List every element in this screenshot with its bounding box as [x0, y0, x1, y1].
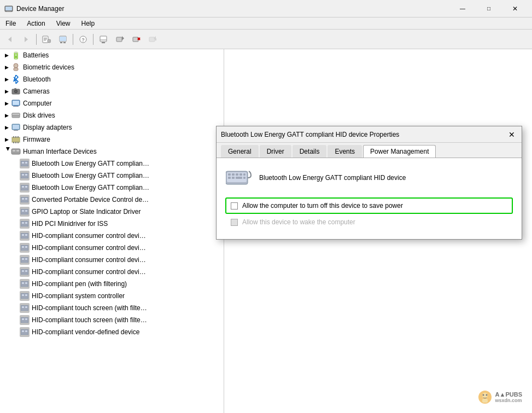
close-button[interactable]: ✕	[502, 3, 528, 14]
add-driver-button[interactable]	[112, 32, 127, 47]
list-item[interactable]: ▶ HID-compliant consumer control devi…	[9, 254, 224, 266]
svg-rect-102	[25, 330, 27, 332]
svg-rect-98	[22, 318, 24, 320]
tree-item-hid[interactable]: ▶ Human Interface Devices	[0, 146, 224, 158]
expand-biometric[interactable]: ▶	[2, 63, 11, 72]
expand-bluetooth[interactable]: ▶	[2, 75, 11, 84]
list-item[interactable]: ▶ Converted Portable Device Control de…	[9, 194, 224, 206]
window-title: Device Manager	[16, 5, 64, 13]
power-option-2-label: Allow this device to wake the computer	[242, 218, 355, 226]
minimize-button[interactable]: —	[450, 3, 475, 14]
expand-disk[interactable]: ▶	[2, 111, 11, 120]
forward-button[interactable]	[19, 32, 34, 47]
svg-rect-91	[21, 293, 28, 299]
display-label: Display adapters	[23, 124, 72, 131]
properties-button[interactable]	[39, 32, 54, 47]
svg-rect-108	[239, 173, 242, 176]
uninstall-button[interactable]	[128, 32, 144, 47]
tree-item-display[interactable]: ▶ Display adapters	[0, 121, 224, 133]
svg-rect-50	[15, 136, 16, 138]
svg-rect-87	[25, 270, 27, 272]
update-driver-button[interactable]	[55, 32, 71, 47]
hid-child-6-label: HID PCI Minidriver for ISS	[32, 220, 108, 228]
svg-rect-65	[22, 186, 24, 188]
list-item[interactable]: ▶ HID-compliant pen (with filtering)	[9, 278, 224, 290]
hid-child-12-label: HID-compliant system controller	[32, 292, 125, 300]
list-item[interactable]: ▶ Bluetooth Low Energy GATT complian…	[9, 158, 224, 170]
list-item[interactable]: ▶ GPIO Laptop or Slate Indicator Driver	[9, 206, 224, 218]
hid-child-icon-7	[20, 231, 30, 241]
list-item[interactable]: ▶ Bluetooth Low Energy GATT complian…	[9, 182, 224, 194]
expand-display[interactable]: ▶	[2, 123, 11, 132]
list-item[interactable]: ▶ HID-compliant vendor-defined device	[9, 326, 224, 338]
expand-hid[interactable]: ▶	[2, 147, 11, 156]
svg-rect-23	[133, 37, 138, 42]
expand-firmware[interactable]: ▶	[2, 135, 11, 144]
svg-rect-30	[14, 68, 18, 71]
svg-rect-8	[44, 40, 46, 40]
list-item[interactable]: ▶ HID-compliant consumer control devi…	[9, 242, 224, 254]
svg-rect-48	[12, 137, 20, 142]
rollback-button[interactable]	[145, 32, 160, 47]
scan-button[interactable]	[96, 32, 111, 47]
computer-icon	[11, 98, 21, 108]
tab-power-management[interactable]: Power Management	[363, 145, 436, 158]
expand-batteries[interactable]: ▶	[2, 51, 11, 60]
svg-rect-82	[21, 257, 28, 263]
svg-rect-52	[13, 142, 14, 143]
dialog-tabs: General Driver Details Events Power Mana…	[217, 143, 522, 158]
svg-rect-45	[13, 125, 19, 129]
dialog-close-button[interactable]: ✕	[506, 129, 517, 140]
tree-item-batteries[interactable]: ▶ Batteries	[0, 49, 224, 61]
svg-rect-76	[21, 233, 28, 239]
hid-child-13-label: HID-compliant touch screen (with filte…	[32, 304, 147, 312]
tree-item-cameras[interactable]: ▶ Cameras	[0, 85, 224, 97]
menu-file[interactable]: File	[0, 18, 21, 29]
tree-item-disk[interactable]: ▶ Disk drives	[0, 109, 224, 121]
list-item[interactable]: ▶ Bluetooth Low Energy GATT complian…	[9, 170, 224, 182]
svg-rect-7	[44, 39, 47, 39]
maximize-button[interactable]: □	[476, 3, 501, 14]
tree-item-biometric[interactable]: ▶ Biometric devices	[0, 61, 224, 73]
bluetooth-icon	[11, 74, 21, 84]
list-item[interactable]: ▶ HID-compliant consumer control devi…	[9, 266, 224, 278]
svg-rect-55	[11, 149, 20, 154]
tree-item-bluetooth[interactable]: ▶ Bluetooth	[0, 73, 224, 85]
svg-rect-63	[25, 174, 27, 176]
svg-rect-86	[22, 270, 24, 272]
expand-cameras[interactable]: ▶	[2, 87, 11, 96]
tab-events[interactable]: Events	[328, 145, 362, 158]
hid-child-icon-9	[20, 255, 30, 265]
svg-rect-101	[22, 330, 24, 332]
device-tree[interactable]: ▶ Batteries ▶ Biometric devices ▶	[0, 49, 224, 413]
svg-rect-88	[21, 281, 28, 287]
svg-rect-61	[21, 173, 28, 178]
list-item[interactable]: ▶ HID-compliant system controller	[9, 290, 224, 302]
list-item[interactable]: ▶ HID-compliant touch screen (with filte…	[9, 302, 224, 314]
tab-driver[interactable]: Driver	[260, 145, 291, 158]
list-item[interactable]: ▶ HID PCI Minidriver for ISS	[9, 218, 224, 230]
hid-child-9-label: HID-compliant consumer control devi…	[32, 256, 146, 264]
svg-rect-59	[22, 162, 24, 164]
firmware-icon	[11, 135, 21, 144]
menu-action[interactable]: Action	[21, 18, 50, 29]
power-option-1-checkbox[interactable]	[231, 202, 238, 210]
hid-child-icon-6	[20, 219, 30, 229]
tree-item-firmware[interactable]: ▶ Firmware	[0, 133, 224, 146]
tree-item-computer[interactable]: ▶ Computer	[0, 97, 224, 109]
help-button[interactable]: ?	[75, 32, 91, 47]
menu-view[interactable]: View	[51, 18, 76, 29]
tab-details[interactable]: Details	[293, 145, 327, 158]
hid-child-8-label: HID-compliant consumer control devi…	[32, 244, 146, 252]
power-option-1: Allow the computer to turn off this devi…	[225, 197, 513, 214]
back-button[interactable]	[2, 32, 17, 47]
list-item[interactable]: ▶ HID-compliant consumer control devi…	[9, 230, 224, 242]
tab-general[interactable]: General	[221, 145, 259, 158]
separator-1	[36, 34, 37, 45]
list-item[interactable]: ▶ HID-compliant touch screen (with filte…	[9, 314, 224, 326]
expand-computer[interactable]: ▶	[2, 99, 11, 108]
menu-help[interactable]: Help	[76, 18, 101, 29]
power-option-2-checkbox[interactable]	[231, 219, 238, 226]
hid-child-icon-4	[20, 195, 30, 205]
svg-rect-93	[25, 294, 27, 296]
